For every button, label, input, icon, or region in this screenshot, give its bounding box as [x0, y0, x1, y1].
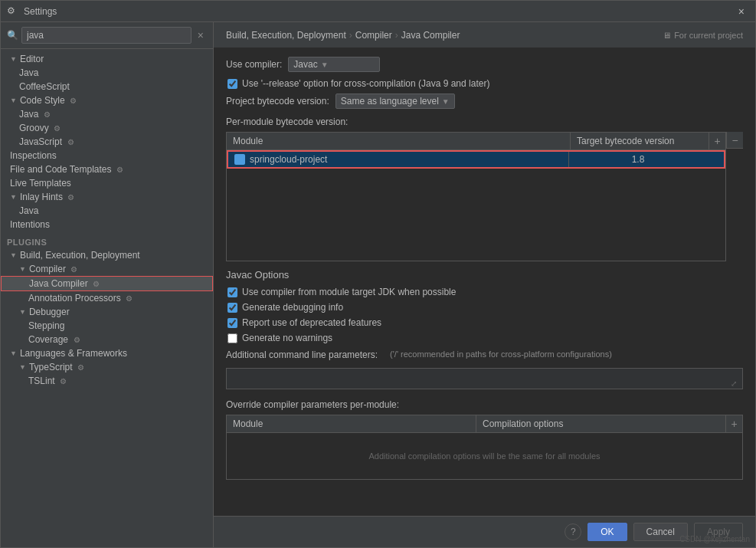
sidebar-item-debugger[interactable]: ▼ Debugger — [1, 305, 213, 319]
sidebar-item-label: TypeScript — [29, 362, 73, 372]
settings-icon: ⚙ — [52, 123, 63, 133]
compiler-select[interactable]: Javac ▼ — [288, 57, 380, 72]
bytecode-version-select[interactable]: Same as language level ▼ — [335, 94, 455, 109]
sidebar-item-inlay-java[interactable]: Java — [1, 204, 213, 218]
sidebar-item-annotation-processors[interactable]: Annotation Processors ⚙ — [1, 291, 213, 305]
sidebar-item-languages-frameworks[interactable]: ▼ Languages & Frameworks — [1, 346, 213, 360]
per-module-table: Module Target bytecode version + springc… — [226, 132, 726, 261]
javac-label-1: Use compiler from module target JDK when… — [242, 287, 456, 297]
table-side-buttons: − — [726, 132, 743, 261]
javac-option-2: Generate debugging info — [226, 302, 743, 313]
additional-params-label: Additional command line parameters: — [226, 349, 378, 360]
app-icon: ⚙ — [7, 5, 19, 18]
sidebar-item-label: Inlay Hints — [20, 192, 63, 202]
breadcrumb-part1: Build, Execution, Deployment — [226, 30, 346, 41]
sidebar-item-compiler[interactable]: ▼ Compiler ⚙ — [1, 262, 213, 276]
javac-checkbox-1[interactable] — [227, 287, 237, 297]
sidebar-item-label: Java — [19, 67, 38, 78]
settings-icon: ⚙ — [69, 264, 80, 274]
javac-checkbox-4[interactable] — [227, 333, 237, 343]
sidebar-item-inspections[interactable]: Inspections — [1, 149, 213, 162]
sidebar-item-groovy[interactable]: Groovy ⚙ — [1, 121, 213, 135]
watermark: CSDN @kejizhentan — [679, 535, 750, 543]
javac-option-4: Generate no warnings — [226, 333, 743, 343]
sidebar-item-label: Build, Execution, Deployment — [20, 250, 140, 261]
additional-params-input[interactable] — [226, 368, 743, 389]
window-title: Settings — [24, 6, 734, 17]
expand-icon: ▼ — [19, 363, 26, 371]
sidebar-item-javascript[interactable]: JavaScript ⚙ — [1, 135, 213, 149]
content-area: 🔍 × ▼ Editor Java CoffeeScript ▼ Code St… — [1, 22, 755, 547]
expand-icon: ▼ — [10, 193, 17, 201]
table-row[interactable]: springcloud-project 1.8 — [227, 150, 725, 169]
search-input[interactable] — [21, 27, 191, 44]
override-add-button[interactable]: + — [725, 415, 742, 432]
settings-icon: ⚙ — [58, 376, 69, 386]
use-compiler-label: Use compiler: — [226, 59, 282, 70]
sidebar-item-label: Live Templates — [10, 178, 71, 189]
titlebar: ⚙ Settings × — [1, 1, 755, 22]
ok-button[interactable]: OK — [587, 523, 627, 541]
bytecode-version-value: Same as language level — [341, 96, 439, 107]
footer: ? OK Cancel Apply — [214, 516, 755, 547]
sidebar-item-coverage[interactable]: Coverage ⚙ — [1, 333, 213, 346]
sidebar-tree: ▼ Editor Java CoffeeScript ▼ Code Style … — [1, 49, 213, 547]
sidebar-item-code-style[interactable]: ▼ Code Style ⚙ — [1, 94, 213, 107]
javac-title: Javac Options — [226, 269, 743, 281]
sidebar-item-file-code-templates[interactable]: File and Code Templates ⚙ — [1, 162, 213, 176]
search-bar: 🔍 × — [1, 22, 213, 49]
breadcrumb: Build, Execution, Deployment › Compiler … — [226, 30, 460, 41]
expand-icon[interactable]: ⤢ — [731, 379, 741, 390]
sidebar-item-label: TSLint — [28, 376, 55, 386]
expand-icon: ▼ — [19, 265, 26, 273]
release-option-label: Use '--release' option for cross-compila… — [242, 78, 489, 89]
add-row-button[interactable]: + — [709, 133, 725, 149]
table-empty-area — [227, 169, 725, 261]
compiler-value: Javac — [293, 59, 317, 70]
close-button[interactable]: × — [734, 4, 749, 19]
expand-icon: ▼ — [19, 308, 26, 316]
sidebar-item-inlay-hints[interactable]: ▼ Inlay Hints ⚙ — [1, 190, 213, 204]
sidebar-item-label: Editor — [20, 54, 44, 64]
sidebar-item-stepping[interactable]: Stepping — [1, 319, 213, 333]
override-col-module: Module — [227, 415, 476, 432]
sidebar-item-java[interactable]: Java — [1, 66, 213, 80]
chevron-down-icon: ▼ — [321, 61, 329, 69]
params-input-wrapper: ⤢ — [226, 368, 743, 392]
settings-icon: ⚙ — [124, 293, 135, 304]
additional-params-section: Additional command line parameters: ('/'… — [226, 349, 743, 392]
expand-icon: ▼ — [10, 55, 17, 63]
sidebar-item-coffeescript[interactable]: CoffeeScript — [1, 80, 213, 94]
override-table: Module Compilation options + Additional … — [226, 415, 743, 480]
bytecode-version-label: Project bytecode version: — [226, 96, 329, 107]
sidebar-item-label: Compiler — [29, 264, 66, 274]
for-project-badge: 🖥 For current project — [663, 31, 743, 40]
bytecode-version-row: Project bytecode version: Same as langua… — [226, 94, 743, 109]
help-button[interactable]: ? — [565, 523, 581, 540]
sidebar-item-java-compiler[interactable]: Java Compiler ⚙ — [1, 276, 213, 291]
version-cell: 1.8 — [569, 152, 707, 167]
sidebar-item-live-templates[interactable]: Live Templates — [1, 176, 213, 190]
javac-option-3: Report use of deprecated features — [226, 317, 743, 328]
remove-row-button[interactable]: − — [726, 132, 743, 149]
javac-checkbox-3[interactable] — [227, 318, 237, 328]
settings-window: ⚙ Settings × 🔍 × ▼ Editor Java CoffeeS — [0, 0, 756, 548]
javac-checkbox-2[interactable] — [227, 303, 237, 313]
override-title: Override compiler parameters per-module: — [226, 399, 743, 410]
search-clear-icon[interactable]: × — [195, 29, 207, 41]
sidebar-item-label: JavaScript — [19, 136, 62, 147]
additional-params-hint: ('/' recommended in paths for cross-plat… — [390, 349, 612, 359]
sidebar-item-editor[interactable]: ▼ Editor — [1, 52, 213, 66]
sidebar-item-typescript[interactable]: ▼ TypeScript ⚙ — [1, 360, 213, 374]
col-module-header: Module — [227, 133, 571, 149]
release-option-checkbox[interactable] — [227, 79, 237, 89]
chevron-down-icon: ▼ — [442, 97, 450, 106]
sidebar-item-code-style-java[interactable]: Java ⚙ — [1, 107, 213, 121]
sidebar-item-intentions[interactable]: Intentions — [1, 218, 213, 231]
sidebar-item-label: Languages & Frameworks — [20, 348, 127, 359]
sidebar-item-label: Code Style — [20, 95, 65, 106]
sidebar-item-tslint[interactable]: TSLint ⚙ — [1, 374, 213, 388]
expand-icon: ▼ — [10, 251, 17, 259]
javac-option-1: Use compiler from module target JDK when… — [226, 287, 743, 297]
sidebar-item-build-exec-deploy[interactable]: ▼ Build, Execution, Deployment — [1, 248, 213, 262]
